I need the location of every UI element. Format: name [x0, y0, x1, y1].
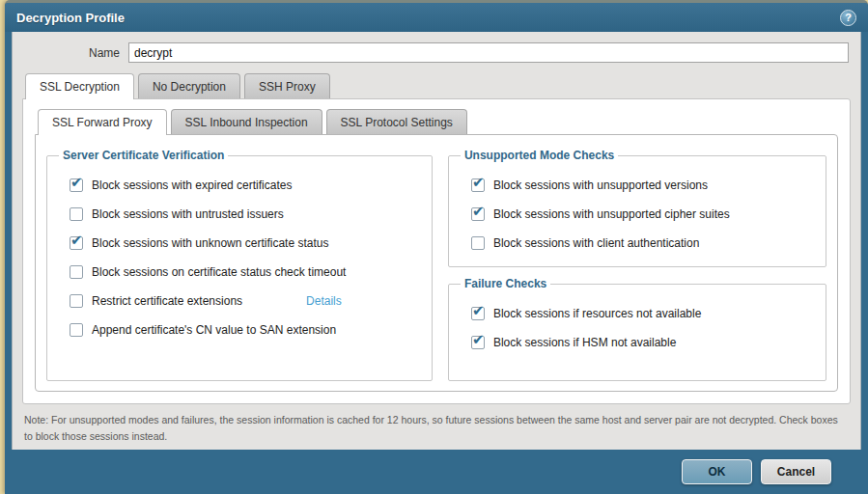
decryption-profile-dialog: Decryption Profile ? Name SSL Decryption… [5, 0, 868, 494]
checkbox-row: ✔ Block sessions if HSM not available [471, 335, 816, 350]
dialog-title: Decryption Profile [16, 11, 125, 25]
checkbox-row: ✔ Append certificate's CN value to SAN e… [70, 322, 422, 338]
left-column: Server Certificate Verification ✔ Block … [46, 149, 433, 381]
checkmark-icon: ✔ [70, 175, 83, 190]
subtab-ssl-inbound-inspection[interactable]: SSL Inbound Inspection [171, 109, 322, 134]
checkbox-label: Append certificate's CN value to SAN ext… [92, 323, 336, 337]
checkbox-untrusted-issuers[interactable]: ✔ [70, 207, 83, 221]
checkbox-row: ✔ Block sessions if resources not availa… [471, 306, 816, 321]
dialog-footer: OK Cancel [5, 450, 868, 494]
checkbox-expired-certificates[interactable]: ✔ [70, 178, 83, 192]
tab-no-decryption[interactable]: No Decryption [138, 73, 240, 98]
ssl-forward-proxy-panel: Server Certificate Verification ✔ Block … [35, 134, 838, 392]
help-icon[interactable]: ? [840, 10, 856, 26]
subtab-ssl-protocol-settings[interactable]: SSL Protocol Settings [326, 109, 467, 134]
checkbox-unsupported-cipher-suites[interactable]: ✔ [471, 207, 485, 221]
cancel-button[interactable]: Cancel [761, 459, 831, 484]
checkbox-hsm-not-available[interactable]: ✔ [471, 336, 485, 349]
ok-button[interactable]: OK [682, 459, 752, 484]
checkbox-restrict-certificate-extensions[interactable]: ✔ [70, 294, 83, 308]
checkbox-row: ✔ Block sessions with unsupported versio… [471, 178, 816, 193]
footer-note: Note: For unsupported modes and failures… [22, 404, 851, 450]
checkbox-label: Block sessions if HSM not available [493, 336, 676, 349]
checkmark-icon: ✔ [70, 233, 83, 248]
checkbox-label: Block sessions with unsupported versions [493, 178, 708, 192]
checkbox-unsupported-versions[interactable]: ✔ [471, 178, 485, 192]
checkbox-row: ✔ Restrict certificate extensions Detail… [70, 293, 422, 309]
fieldset-server-certificate-verification: Server Certificate Verification ✔ Block … [46, 149, 433, 381]
checkbox-label: Block sessions with expired certificates [92, 178, 292, 192]
legend-server-certificate-verification: Server Certificate Verification [59, 149, 228, 162]
checkbox-label: Block sessions with untrusted issuers [92, 207, 284, 221]
checkbox-unknown-certificate-status[interactable]: ✔ [70, 236, 83, 250]
checkmark-icon: ✔ [472, 303, 485, 318]
checkbox-row: ✔ Block sessions on certificate status c… [70, 264, 422, 280]
checkbox-row: ✔ Block sessions with untrusted issuers [70, 206, 422, 222]
tab-ssl-decryption[interactable]: SSL Decryption [25, 73, 134, 99]
name-row: Name [24, 42, 849, 63]
checkbox-row: ✔ Block sessions with unsupported cipher… [471, 206, 816, 222]
checkbox-row: ✔ Block sessions with expired certificat… [70, 178, 422, 193]
ssl-decryption-panel: SSL Forward Proxy SSL Inbound Inspection… [22, 98, 851, 404]
checkmark-icon: ✔ [472, 204, 485, 219]
tab-ssh-proxy[interactable]: SSH Proxy [244, 73, 330, 98]
checkbox-row: ✔ Block sessions with client authenticat… [471, 235, 816, 251]
checkbox-resources-not-available[interactable]: ✔ [471, 307, 485, 320]
checkbox-label: Block sessions on certificate status che… [92, 265, 346, 279]
right-column: Unsupported Mode Checks ✔ Block sessions… [448, 149, 826, 381]
subtab-ssl-forward-proxy[interactable]: SSL Forward Proxy [38, 109, 167, 135]
checkbox-label: Block sessions with unknown certificate … [92, 236, 328, 250]
legend-unsupported-mode-checks: Unsupported Mode Checks [461, 149, 618, 162]
checkbox-label: Restrict certificate extensions [92, 294, 242, 308]
checkmark-icon: ✔ [472, 175, 485, 190]
dialog-titlebar: Decryption Profile ? [5, 3, 868, 32]
name-input[interactable] [128, 42, 849, 63]
dialog-body: Name SSL Decryption No Decryption SSH Pr… [12, 32, 861, 450]
checkbox-append-cn-to-san[interactable]: ✔ [70, 323, 83, 337]
legend-failure-checks: Failure Checks [461, 277, 550, 290]
checkbox-row: ✔ Block sessions with unknown certificat… [70, 235, 422, 251]
sub-tab-strip: SSL Forward Proxy SSL Inbound Inspection… [35, 109, 838, 134]
details-link[interactable]: Details [306, 294, 342, 308]
checkbox-client-authentication[interactable]: ✔ [471, 236, 485, 250]
checkbox-status-check-timeout[interactable]: ✔ [70, 265, 83, 279]
main-tab-strip: SSL Decryption No Decryption SSH Proxy [22, 73, 851, 98]
checkbox-label: Block sessions with client authenticatio… [493, 236, 699, 250]
fieldset-unsupported-mode-checks: Unsupported Mode Checks ✔ Block sessions… [448, 149, 826, 267]
fieldset-failure-checks: Failure Checks ✔ Block sessions if resou… [448, 277, 826, 381]
checkmark-icon: ✔ [472, 332, 485, 347]
checkbox-label: Block sessions with unsupported cipher s… [493, 207, 730, 221]
name-label: Name [24, 46, 128, 60]
checkbox-label: Block sessions if resources not availabl… [493, 307, 701, 320]
